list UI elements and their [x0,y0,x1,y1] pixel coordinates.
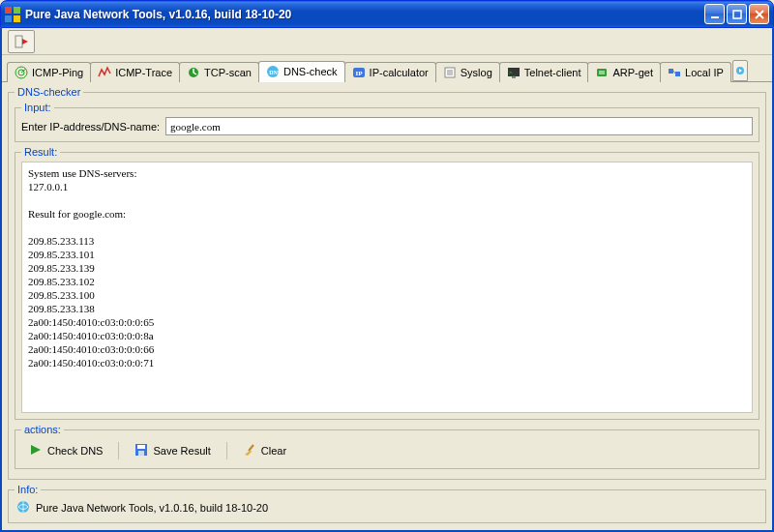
tab-label: Telnet-client [524,67,581,78]
tab-label: DNS-check [283,66,338,77]
input-group: Input: Enter IP-address/DNS-name: [15,102,759,142]
svg-rect-29 [675,72,680,76]
info-text: Pure Java Network Tools, v1.0.16, build … [36,502,268,514]
tab-dns-check[interactable]: DNS DNS-check [258,61,345,82]
syslog-icon [443,66,457,79]
svg-rect-23 [512,76,516,78]
svg-text:>_: >_ [509,69,517,76]
svg-rect-0 [5,7,12,14]
svg-marker-33 [31,445,41,455]
tab-strip: ICMP-Ping ICMP-Trace TCP-scan DNS DNS-ch… [2,55,772,82]
svg-rect-35 [137,445,145,449]
window-minimize-button[interactable] [704,4,725,24]
play-icon [29,443,43,458]
exit-button[interactable] [8,30,35,53]
svg-marker-38 [245,450,252,456]
tab-label: Syslog [461,67,492,78]
separator [118,442,119,459]
tab-label: ARP-get [612,67,653,78]
save-result-button[interactable]: Save Result [129,441,216,460]
svg-rect-8 [15,36,22,47]
dns-checker-legend: DNS-checker [15,86,83,98]
svg-rect-25 [597,69,607,76]
svg-line-37 [249,445,253,451]
actions-legend: actions: [21,424,64,435]
input-label: Enter IP-address/DNS-name: [21,121,160,133]
window-maximize-button[interactable] [727,4,747,24]
svg-line-30 [673,71,675,74]
svg-rect-5 [733,11,741,18]
window-title: Pure Java Network Tools, v1.0.16, build … [25,8,704,21]
svg-text:DNS: DNS [269,70,280,75]
separator [226,442,227,459]
input-legend: Input: [21,102,54,113]
svg-rect-36 [138,451,144,456]
dns-checker-group: DNS-checker Input: Enter IP-address/DNS-… [8,86,766,480]
button-label: Save Result [153,445,210,457]
app-icon [5,7,20,22]
scan-icon [187,66,200,79]
tab-syslog[interactable]: Syslog [435,62,500,82]
tab-label: TCP-scan [204,67,252,78]
info-group: Info: Pure Java Network Tools, v1.0.16, … [8,484,766,523]
svg-rect-4 [711,16,719,18]
tab-icmp-ping[interactable]: ICMP-Ping [7,62,91,82]
result-group: Result: System use DNS-servers: 127.0.0.… [15,146,759,420]
arp-icon [595,66,609,79]
window-close-button[interactable] [749,4,769,24]
svg-marker-9 [22,39,28,44]
clear-button[interactable]: Clear [237,441,292,460]
svg-rect-1 [14,7,20,14]
radar-icon [15,66,28,79]
result-legend: Result: [21,146,60,158]
telnet-icon: >_ [507,66,521,79]
dns-icon: DNS [266,65,280,78]
tab-label: ICMP-Ping [32,67,83,78]
button-label: Check DNS [47,445,103,457]
tab-telnet-client[interactable]: >_ Telnet-client [499,62,589,82]
tab-ip-calculator[interactable]: IP IP-calculator [344,62,436,82]
main-toolbar [2,28,772,55]
tab-tcp-scan[interactable]: TCP-scan [179,62,259,82]
tab-icmp-trace[interactable]: ICMP-Trace [90,62,180,82]
svg-text:IP: IP [355,70,363,77]
floppy-icon [134,443,148,458]
tab-label: Local IP [685,67,724,78]
tab-label: ICMP-Trace [115,67,172,78]
tab-label: IP-calculator [370,67,429,78]
svg-rect-2 [5,15,12,22]
check-dns-button[interactable]: Check DNS [23,441,108,460]
svg-rect-28 [669,69,673,74]
actions-group: actions: Check DNS Save Result Clear [15,424,759,469]
globe-icon [16,500,30,516]
window-titlebar: Pure Java Network Tools, v1.0.16, build … [0,0,774,28]
svg-rect-3 [14,15,20,22]
ipcalc-icon: IP [352,66,366,79]
tab-scroll-right[interactable] [732,60,748,81]
dns-address-input[interactable] [165,117,753,135]
tab-local-ip[interactable]: Local IP [660,62,731,82]
info-legend: Info: [15,484,41,495]
tab-arp-get[interactable]: ARP-get [587,62,661,82]
localip-icon [668,66,681,79]
button-label: Clear [261,445,286,457]
trace-icon [98,66,111,79]
result-textarea[interactable]: System use DNS-servers: 127.0.0.1 Result… [21,162,753,413]
broom-icon [243,443,256,458]
